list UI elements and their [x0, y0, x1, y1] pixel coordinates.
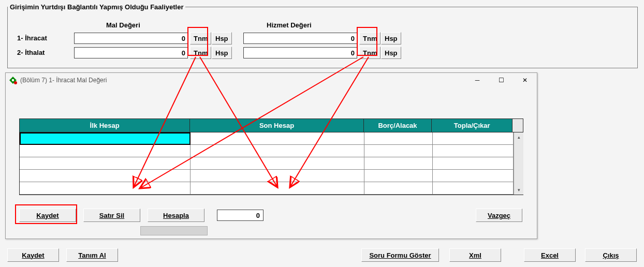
- scroll-corner: [513, 119, 523, 132]
- ihracat-mal-tnm-button[interactable]: Tnm: [190, 32, 211, 44]
- activities-group: Girişimin Yurtdışı Bağlantılı Yapmış Old…: [7, 3, 638, 68]
- bottom-cikis-button[interactable]: Çıkış: [585, 248, 637, 262]
- dialog-title: (Bölüm 7) 1- İhracat Mal Değeri: [20, 77, 107, 84]
- bottom-tanim-al-button[interactable]: Tanım Al: [66, 248, 118, 262]
- row-label-ithalat: 2- İthalat: [17, 49, 45, 56]
- dialog-hesapla-button[interactable]: Hesapla: [148, 209, 204, 222]
- table-cell[interactable]: [191, 145, 364, 157]
- ithalat-mal-hsp-button[interactable]: Hsp: [212, 47, 232, 59]
- table-cell[interactable]: [20, 170, 191, 182]
- table-cell[interactable]: [364, 170, 433, 182]
- group-legend: Girişimin Yurtdışı Bağlantılı Yapmış Old…: [8, 3, 185, 11]
- col-topla-cikar[interactable]: Topla/Çıkar: [432, 119, 513, 132]
- ihracat-hizmet-tnm-button[interactable]: Tnm: [359, 32, 380, 44]
- cell-active[interactable]: [20, 132, 191, 145]
- bottom-excel-button[interactable]: Excel: [524, 248, 576, 262]
- table-cell[interactable]: [191, 157, 364, 170]
- table-cell[interactable]: [433, 170, 514, 182]
- col-son-hesap[interactable]: Son Hesap: [190, 119, 363, 132]
- svg-point-2: [14, 81, 17, 84]
- ithalat-hizmet-hsp-button[interactable]: Hsp: [381, 47, 401, 59]
- table-cell[interactable]: [191, 182, 364, 195]
- app-icon: [9, 76, 17, 84]
- ihracat-hizmet-input[interactable]: [243, 33, 357, 44]
- minimize-button[interactable]: ─: [465, 73, 489, 87]
- ihracat-mal-hsp-button[interactable]: Hsp: [212, 32, 232, 44]
- svg-rect-1: [12, 79, 14, 81]
- row-label-ihracat: 1- İhracat: [17, 34, 47, 42]
- maximize-button[interactable]: ☐: [489, 73, 513, 87]
- col-ilk-hesap[interactable]: İlk Hesap: [20, 119, 190, 132]
- vertical-scrollbar[interactable]: ▴ ▾: [514, 132, 523, 195]
- table-cell[interactable]: [191, 132, 364, 145]
- ithalat-mal-input[interactable]: [74, 47, 188, 58]
- table-cell[interactable]: [433, 132, 514, 145]
- table-cell[interactable]: [20, 182, 191, 195]
- table-cell[interactable]: [364, 182, 433, 195]
- header-hizmet: Hizmet Değeri: [267, 21, 312, 29]
- dialog-kaydet-button[interactable]: Kaydet: [19, 209, 76, 222]
- table-rows[interactable]: [20, 132, 514, 195]
- ithalat-hizmet-tnm-button[interactable]: Tnm: [359, 47, 380, 59]
- table-cell[interactable]: [364, 145, 433, 157]
- account-table: İlk Hesap Son Hesap Borç/Alacak Topla/Çı…: [19, 118, 523, 195]
- table-cell[interactable]: [20, 145, 191, 157]
- table-cell[interactable]: [20, 157, 191, 170]
- dialog-status-strip: [140, 226, 208, 235]
- scroll-down-icon[interactable]: ▾: [514, 185, 523, 195]
- col-borc-alacak[interactable]: Borç/Alacak: [364, 119, 432, 132]
- ithalat-mal-tnm-button[interactable]: Tnm: [190, 47, 211, 59]
- scroll-up-icon[interactable]: ▴: [514, 132, 523, 142]
- dialog-vazgec-button[interactable]: Vazgeç: [476, 209, 522, 222]
- dialog-titlebar: (Bölüm 7) 1- İhracat Mal Değeri ─ ☐ ✕: [6, 73, 537, 87]
- table-cell[interactable]: [433, 182, 514, 195]
- table-cell[interactable]: [364, 132, 433, 145]
- ihracat-mal-input[interactable]: [74, 33, 188, 44]
- table-cell[interactable]: [364, 157, 433, 170]
- table-cell[interactable]: [433, 157, 514, 170]
- header-mal: Mal Değeri: [106, 21, 140, 29]
- ihracat-hizmet-hsp-button[interactable]: Hsp: [381, 32, 401, 44]
- ithalat-hizmet-input[interactable]: [243, 47, 357, 58]
- dialog-calc-value[interactable]: [217, 210, 264, 221]
- close-button[interactable]: ✕: [513, 73, 537, 87]
- dialog-satirsil-button[interactable]: Satır Sil: [83, 209, 140, 222]
- bottom-kaydet-button[interactable]: Kaydet: [7, 248, 59, 262]
- bottom-xml-button[interactable]: Xml: [449, 248, 501, 262]
- table-cell[interactable]: [433, 145, 514, 157]
- bottom-soru-formu-button[interactable]: Soru Formu Göster: [361, 248, 439, 262]
- table-cell[interactable]: [191, 170, 364, 182]
- tnm-dialog: (Bölüm 7) 1- İhracat Mal Değeri ─ ☐ ✕ İl…: [5, 72, 537, 239]
